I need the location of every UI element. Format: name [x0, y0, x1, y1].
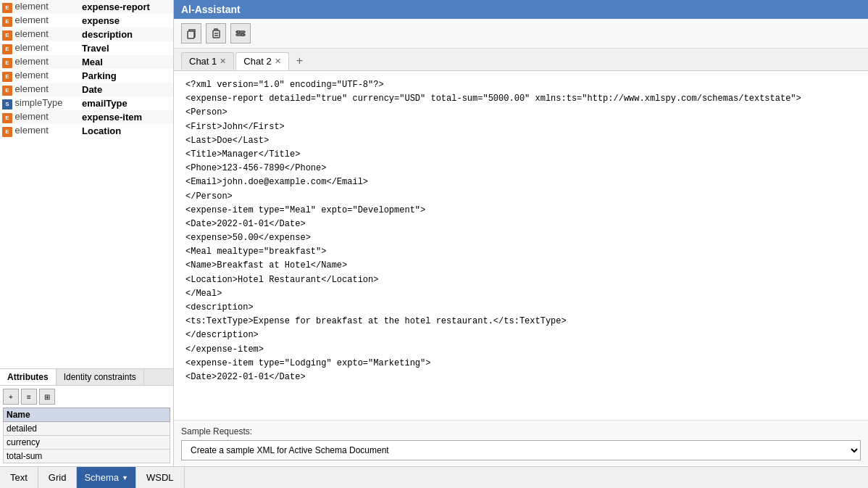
node-icon: E — [2, 28, 12, 39]
main-layout: E elementexpense-reportE elementexpenseE… — [0, 0, 868, 466]
attr-add-btn[interactable]: + — [3, 389, 19, 405]
xml-line: <Name>Breakfast at Hotel</Name> — [185, 259, 856, 273]
tree-row-name: description — [80, 28, 173, 41]
tree-row-name: Date — [80, 83, 173, 96]
svg-point-6 — [238, 31, 240, 33]
tree-row[interactable]: E elementexpense-report — [0, 0, 173, 14]
attr-row-name: currency — [4, 436, 170, 450]
tree-section: E elementexpense-reportE elementexpenseE… — [0, 0, 173, 368]
tab-chat-1-close[interactable]: ✕ — [220, 57, 226, 66]
xml-line: <Date>2022-01-01</Date> — [185, 218, 856, 231]
sample-requests-label: Sample Requests: — [181, 426, 861, 437]
xml-line: <Meal mealtype="breakfast"> — [185, 245, 856, 259]
copy-icon[interactable] — [181, 23, 201, 44]
tree-row[interactable]: E elementDate — [0, 83, 173, 96]
tree-row[interactable]: E elementMeal — [0, 55, 173, 69]
schema-arrow-icon: ▼ — [122, 474, 128, 481]
xml-line: <Title>Manager</Title> — [185, 148, 856, 162]
attr-row: currency — [4, 436, 170, 450]
xml-line: <ts:TextType>Expense for breakfast at th… — [185, 315, 856, 328]
tab-identity-constraints[interactable]: Identity constraints — [57, 369, 144, 385]
node-icon: E — [2, 42, 12, 53]
xml-line: <First>John</First> — [185, 120, 856, 134]
xml-line: </description> — [185, 328, 856, 342]
tab-add-button[interactable]: + — [291, 51, 309, 70]
tree-table: E elementexpense-reportE elementexpenseE… — [0, 0, 173, 138]
ai-header: Al-Assistant — [174, 0, 868, 19]
attr-row-name: total-sum — [4, 450, 170, 463]
sample-requests-select[interactable]: Create a sample XML for Active Schema Do… — [181, 440, 861, 460]
element-icon: E — [2, 113, 12, 123]
tree-row-name: expense — [80, 14, 173, 28]
tree-row[interactable]: S simpleTypeemailType — [0, 96, 173, 110]
bottom-bar: Text Grid Schema ▼ WSDL — [0, 466, 868, 488]
svg-rect-1 — [213, 30, 220, 38]
attr-row: total-sum — [4, 450, 170, 463]
attr-toolbar: + ≡ ⊞ — [3, 389, 170, 405]
settings-icon[interactable] — [230, 23, 251, 44]
tree-row-name: emailType — [80, 96, 173, 110]
tree-row[interactable]: E elementTravel — [0, 41, 173, 55]
tree-row-name: Meal — [80, 55, 173, 69]
attr-row-name: detailed — [4, 422, 170, 436]
ai-tabs: Chat 1 ✕ Chat 2 ✕ + — [174, 49, 868, 71]
tab-attributes[interactable]: Attributes — [0, 369, 57, 385]
tree-row-name: expense-report — [80, 0, 173, 14]
xml-line: <Person> — [185, 106, 856, 120]
right-panel: Al-Assistant — [174, 0, 868, 466]
tree-row[interactable]: E elementLocation — [0, 124, 173, 138]
node-icon: S — [2, 97, 12, 108]
attr-row: detailed — [4, 422, 170, 436]
tab-chat-2[interactable]: Chat 2 ✕ — [235, 52, 288, 70]
bottom-tabs: Attributes Identity constraints + ≡ ⊞ Na… — [0, 368, 173, 466]
schema-button[interactable]: Schema ▼ — [77, 467, 135, 488]
tab-grid[interactable]: Grid — [38, 467, 78, 488]
xml-line: <?xml version="1.0" encoding="UTF-8"?> — [185, 78, 856, 92]
tree-row-name: Travel — [80, 41, 173, 55]
tree-row[interactable]: E elementParking — [0, 69, 173, 83]
node-icon: E — [2, 111, 12, 122]
tree-row-name: expense-item — [80, 110, 173, 124]
element-icon: E — [2, 3, 12, 13]
tree-row[interactable]: E elementexpense — [0, 14, 173, 28]
tab-wsdl[interactable]: WSDL — [136, 467, 185, 488]
xml-line: </Meal> — [185, 287, 856, 301]
node-icon: E — [2, 70, 12, 80]
element-icon: E — [2, 30, 12, 41]
tab-chat-1[interactable]: Chat 1 ✕ — [181, 52, 234, 70]
xml-line: </expense-item> — [185, 343, 856, 357]
simpletype-icon: S — [2, 99, 12, 109]
svg-rect-0 — [188, 31, 194, 38]
tree-row[interactable]: E elementexpense-item — [0, 110, 173, 124]
xml-line: <expense-item type="Lodging" expto="Mark… — [185, 357, 856, 371]
tree-row[interactable]: E elementdescription — [0, 28, 173, 41]
attr-table-btn[interactable]: ⊞ — [39, 389, 55, 405]
element-icon: E — [2, 86, 12, 96]
attr-table: Name detailedcurrencytotal-sum — [3, 408, 170, 463]
ai-footer: Sample Requests: Create a sample XML for… — [174, 420, 868, 466]
tab-text[interactable]: Text — [0, 467, 38, 488]
attr-section: + ≡ ⊞ Name detailedcurrencytotal-sum — [0, 386, 173, 466]
paste-icon[interactable] — [206, 23, 226, 44]
element-icon: E — [2, 72, 12, 82]
tree-row-name: Parking — [80, 69, 173, 83]
tree-row-name: Location — [80, 124, 173, 138]
node-icon: E — [2, 15, 12, 25]
node-icon: E — [2, 56, 12, 67]
element-icon: E — [2, 58, 12, 68]
element-icon: E — [2, 44, 12, 54]
ai-toolbar — [174, 19, 868, 49]
xml-line: <expense>50.00</expense> — [185, 231, 856, 245]
xml-line: <Email>john.doe@example.com</Email> — [185, 175, 856, 189]
xml-line: <expense-report detailed="true" currency… — [185, 92, 856, 106]
tab-schema[interactable]: Schema ▼ — [77, 467, 136, 488]
tab-chat-2-close[interactable]: ✕ — [275, 57, 281, 66]
element-icon: E — [2, 17, 12, 27]
tab-chat-2-label: Chat 2 — [243, 56, 271, 67]
xml-line: <Last>Doe</Last> — [185, 134, 856, 148]
xml-line: <Location>Hotel Restaurant</Location> — [185, 273, 856, 287]
attr-list-btn[interactable]: ≡ — [21, 389, 37, 405]
ai-content[interactable]: <?xml version="1.0" encoding="UTF-8"?><e… — [174, 71, 868, 420]
element-icon: E — [2, 127, 12, 137]
node-icon: E — [2, 83, 12, 94]
